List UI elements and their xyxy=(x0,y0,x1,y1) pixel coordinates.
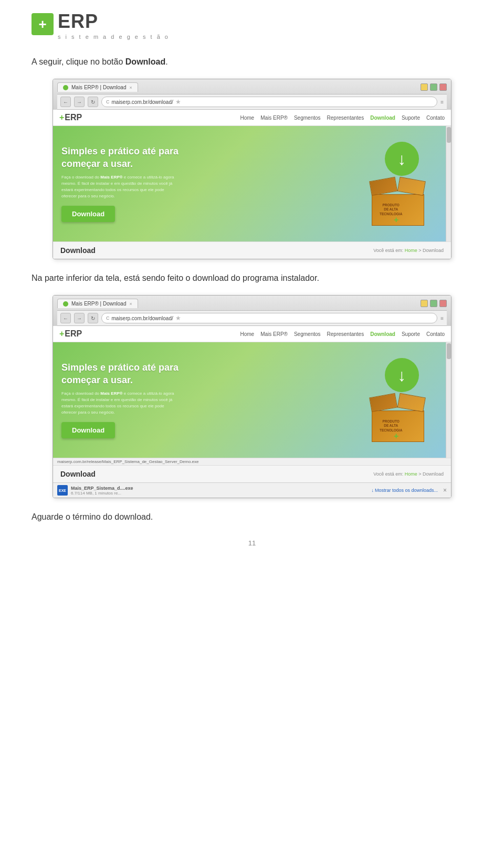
tab-close-2: × xyxy=(129,301,132,307)
site-logo-1: + ERP xyxy=(59,113,82,122)
dl-arrow-icon: ↓ xyxy=(371,488,374,493)
browser-favicon-2 xyxy=(63,301,68,307)
nav-home-2[interactable]: Home xyxy=(240,331,254,337)
back-button-1[interactable]: ← xyxy=(60,97,71,107)
dl-filename: Mais_ERP_Sistema_d....exe xyxy=(71,486,133,491)
menu-icon-1: ≡ xyxy=(440,99,444,105)
breadcrumb-label-1: Você está em: xyxy=(373,248,403,253)
browser-win-controls-1 xyxy=(421,83,447,91)
hero-bold-2: Mais ERP® xyxy=(100,391,122,396)
hero-title-1: Simples e prático até paracomeçar a usar… xyxy=(61,145,359,170)
nav-mais-erp-1[interactable]: Mais ERP® xyxy=(260,115,288,121)
dl-show-all-label: Mostrar todos os downloads... xyxy=(375,488,438,493)
nav-contato-2[interactable]: Contato xyxy=(426,331,445,337)
dl-file-details: Mais_ERP_Sistema_d....exe 6.7/114 MB, 1 … xyxy=(71,486,133,496)
browser-toolbar-1: ← → ↻ C maiserp.com.br/download/ ★ ≡ xyxy=(57,94,447,110)
site-logo-erp-1: ERP xyxy=(65,113,82,122)
box-label-2: PRODUTODE ALTATECNOLOGIA xyxy=(380,419,402,433)
nav-segmentos-2[interactable]: Segmentos xyxy=(294,331,321,337)
win-close-2[interactable] xyxy=(439,300,447,307)
download-circle-2: ↓ xyxy=(385,358,419,392)
site-footer-bar-1: Download Você está em: Home > Download xyxy=(53,241,451,259)
bookmark-star-1[interactable]: ★ xyxy=(175,98,181,106)
site-nav-2: + ERP Home Mais ERP® Segmentos Represent… xyxy=(53,326,451,342)
nav-contato-1[interactable]: Contato xyxy=(426,115,445,121)
page-number: 11 xyxy=(32,539,472,547)
url-scheme-2: C xyxy=(106,315,110,321)
site-logo-plus-1: + xyxy=(59,113,64,122)
win-minimize-1[interactable] xyxy=(421,83,428,91)
nav-suporte-2[interactable]: Suporte xyxy=(402,331,420,337)
reload-button-1[interactable]: ↻ xyxy=(88,97,98,107)
win-maximize-2[interactable] xyxy=(430,300,437,307)
instruction-3: Aguarde o término do download. xyxy=(32,511,472,523)
site-nav-links-2: Home Mais ERP® Segmentos Representantes … xyxy=(240,331,445,337)
nav-download-1[interactable]: Download xyxy=(370,115,395,121)
footer-title-2: Download xyxy=(60,470,96,478)
instruction-1-suffix: . xyxy=(165,57,167,66)
nav-mais-erp-2[interactable]: Mais ERP® xyxy=(260,331,288,337)
browser-screenshot-2: Mais ERP® | Download × ← → ↻ C maiserp.c… xyxy=(52,295,452,498)
hero-text-1: Simples e prático até paracomeçar a usar… xyxy=(61,145,359,222)
status-url-2: maiserp.com.br/release/Mais_ERP_Sistema_… xyxy=(57,459,198,464)
browser-favicon-1 xyxy=(63,85,68,90)
dl-file-info: EXE Mais_ERP_Sistema_d....exe 6.7/114 MB… xyxy=(57,485,133,496)
url-text-2: maiserp.com.br/download/ xyxy=(112,315,173,321)
breadcrumb-label-2: Você está em: xyxy=(373,471,403,477)
hero-text-2: Simples e prático até paracomeçar a usar… xyxy=(61,362,359,438)
win-minimize-2[interactable] xyxy=(421,300,428,307)
browser-tab-label-2: Mais ERP® | Download xyxy=(71,301,126,307)
dl-close-button[interactable]: × xyxy=(443,487,447,494)
breadcrumb-home-2[interactable]: Home xyxy=(405,471,417,477)
scrollbar-2[interactable] xyxy=(446,342,451,458)
download-button-1[interactable]: Download xyxy=(61,206,115,222)
browser-screenshot-1: Mais ERP® | Download × ← → ↻ C maiserp.c… xyxy=(52,79,452,259)
logo-text: ERP xyxy=(58,10,98,33)
nav-representantes-2[interactable]: Representantes xyxy=(327,331,364,337)
forward-button-1[interactable]: → xyxy=(74,97,85,107)
hero-title-2: Simples e prático até paracomeçar a usar… xyxy=(61,362,359,386)
nav-segmentos-1[interactable]: Segmentos xyxy=(294,115,321,121)
browser-extras-2: ≡ xyxy=(440,315,444,321)
download-bar: EXE Mais_ERP_Sistema_d....exe 6.7/114 MB… xyxy=(53,482,451,498)
instruction-1: A seguir, clique no botão Download. xyxy=(32,56,472,68)
logo-icon: + xyxy=(32,13,54,35)
browser-extras-1: ≡ xyxy=(440,99,444,105)
scrollbar-1[interactable] xyxy=(446,126,451,241)
url-bar-1[interactable]: C maiserp.com.br/download/ ★ xyxy=(101,97,437,107)
forward-button-2[interactable]: → xyxy=(74,313,85,323)
breadcrumb-home-1[interactable]: Home xyxy=(405,248,417,253)
url-scheme-1: C xyxy=(106,99,110,104)
browser-win-controls-2 xyxy=(421,300,447,307)
dl-show-all[interactable]: ↓ Mostrar todos os downloads... xyxy=(371,488,438,493)
url-bar-2[interactable]: C maiserp.com.br/download/ ★ xyxy=(101,313,437,323)
url-text-1: maiserp.com.br/download/ xyxy=(112,99,173,105)
scrollbar-thumb-2[interactable] xyxy=(447,343,451,359)
browser-titlebar-2: Mais ERP® | Download × xyxy=(57,299,447,308)
bookmark-star-2[interactable]: ★ xyxy=(175,314,181,322)
browser-toolbar-2: ← → ↻ C maiserp.com.br/download/ ★ ≡ xyxy=(57,310,447,326)
site-footer-bar-2: Download Você está em: Home > Download xyxy=(53,465,451,482)
site-nav-1: + ERP Home Mais ERP® Segmentos Represent… xyxy=(53,110,451,126)
instruction-2: Na parte inferior da tela, está sendo fe… xyxy=(32,272,472,285)
win-maximize-1[interactable] xyxy=(430,83,437,91)
tab-close-1: × xyxy=(129,85,132,90)
scrollbar-thumb-1[interactable] xyxy=(447,127,451,143)
site-breadcrumb-2: Você está em: Home > Download xyxy=(373,471,444,477)
nav-home-1[interactable]: Home xyxy=(240,115,254,121)
browser-chrome-2: Mais ERP® | Download × ← → ↻ C maiserp.c… xyxy=(53,296,451,326)
logo-area: + ERP s i s t e m a d e g e s t ã o xyxy=(32,10,472,40)
nav-suporte-1[interactable]: Suporte xyxy=(402,115,420,121)
svg-text:+: + xyxy=(38,16,46,32)
instruction-1-bold: Download xyxy=(125,57,165,66)
menu-icon-2: ≡ xyxy=(440,315,444,321)
win-close-1[interactable] xyxy=(439,83,447,91)
hero-bold-1: Mais ERP® xyxy=(100,175,122,180)
nav-representantes-1[interactable]: Representantes xyxy=(327,115,364,121)
back-button-2[interactable]: ← xyxy=(60,313,71,323)
reload-button-2[interactable]: ↻ xyxy=(88,313,98,323)
box-plus-1: + xyxy=(394,216,398,224)
logo-tagline: s i s t e m a d e g e s t ã o xyxy=(58,34,170,40)
nav-download-2[interactable]: Download xyxy=(370,331,395,337)
download-button-2[interactable]: Download xyxy=(61,422,115,438)
